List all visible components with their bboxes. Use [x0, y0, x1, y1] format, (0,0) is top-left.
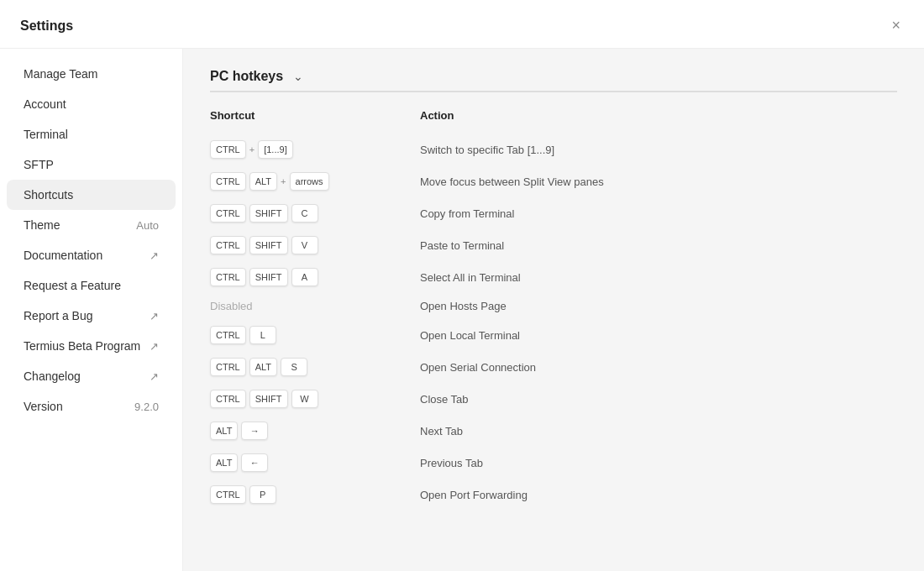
sidebar-item-terminal[interactable]: Terminal: [7, 119, 176, 149]
sidebar-item-report-bug[interactable]: Report a Bug↗: [7, 301, 176, 331]
shortcut-row: CTRLSHIFTASelect All in Terminal: [210, 261, 897, 293]
key-badge: CTRL: [210, 358, 246, 376]
key-badge: ALT: [210, 422, 238, 440]
key-badge: CTRL: [210, 172, 246, 191]
key-badge: ALT: [249, 172, 277, 191]
shortcut-keys: CTRLSHIFTA: [210, 268, 420, 286]
shortcut-keys: CTRLSHIFTV: [210, 236, 420, 254]
key-badge: CTRL: [210, 204, 246, 223]
sidebar-item-label: SFTP: [24, 158, 54, 171]
sidebar-item-label: Theme: [24, 218, 60, 232]
action-text: Close Tab: [420, 393, 897, 406]
shortcut-keys: CTRLP: [210, 485, 420, 504]
shortcut-keys: CTRLL: [210, 326, 420, 344]
action-text: Open Local Terminal: [420, 329, 897, 342]
sidebar-item-label: Changelog: [24, 369, 81, 383]
section-header: PC hotkeys ⌄: [210, 69, 897, 92]
action-text: Paste to Terminal: [420, 239, 897, 252]
action-text: Open Hosts Page: [420, 300, 897, 312]
key-badge: CTRL: [210, 236, 246, 254]
sidebar-item-label: Version: [24, 400, 63, 413]
shortcut-row: ALT←Previous Tab: [210, 447, 897, 479]
table-header: Shortcut Action: [210, 109, 897, 130]
action-text: Open Serial Connection: [420, 361, 897, 374]
key-badge: L: [249, 326, 276, 344]
shortcuts-rows: CTRL+[1...9]Switch to specific Tab [1...…: [210, 134, 897, 511]
plus-sign: +: [249, 144, 255, 155]
key-badge: P: [249, 485, 276, 504]
sidebar-item-label: Terminal: [24, 128, 68, 141]
shortcut-row: CTRLSHIFTCCopy from Terminal: [210, 197, 897, 229]
sidebar-item-sftp[interactable]: SFTP: [7, 149, 176, 180]
sidebar-item-label: Manage Team: [24, 67, 97, 81]
key-badge: CTRL: [210, 326, 246, 344]
key-badge: CTRL: [210, 140, 246, 159]
shortcuts-table: Shortcut Action CTRL+[1...9]Switch to sp…: [210, 109, 897, 511]
shortcut-keys: CTRL+[1...9]: [210, 140, 420, 159]
sidebar-item-request-feature[interactable]: Request a Feature: [7, 270, 176, 301]
key-badge: A: [291, 268, 318, 286]
sidebar-item-label: Account: [24, 97, 66, 111]
sidebar-item-label: Report a Bug: [24, 309, 93, 322]
plus-sign: +: [281, 176, 286, 186]
key-badge: ALT: [249, 358, 277, 376]
sidebar-item-theme[interactable]: ThemeAuto: [7, 210, 176, 240]
shortcut-row: CTRLSHIFTWClose Tab: [210, 383, 897, 415]
sidebar-item-right: Auto: [136, 219, 159, 232]
sidebar-item-changelog[interactable]: Changelog↗: [7, 361, 176, 391]
shortcut-row: CTRLPOpen Port Forwarding: [210, 479, 897, 511]
key-badge: arrows: [290, 172, 329, 191]
sidebar-item-version[interactable]: Version9.2.0: [7, 391, 176, 422]
key-badge: [1...9]: [258, 140, 293, 159]
action-text: Next Tab: [420, 425, 897, 437]
sidebar-item-right: 9.2.0: [134, 401, 159, 413]
sidebar-item-documentation[interactable]: Documentation↗: [7, 240, 176, 270]
key-badge: ALT: [210, 453, 238, 472]
shortcut-row: CTRLLOpen Local Terminal: [210, 319, 897, 351]
sidebar-item-label: Documentation: [24, 249, 102, 262]
modal-title: Settings: [20, 18, 73, 34]
settings-modal: Settings × Manage TeamAccountTerminalSFT…: [0, 0, 924, 571]
sidebar-item-label: Shortcuts: [24, 188, 73, 202]
action-text: Previous Tab: [420, 457, 897, 469]
action-text: Select All in Terminal: [420, 271, 897, 284]
key-badge: C: [291, 204, 318, 223]
sidebar-item-right: ↗: [150, 249, 159, 262]
key-badge: SHIFT: [249, 204, 288, 223]
key-badge: SHIFT: [249, 236, 288, 254]
shortcut-keys: CTRLALT+arrows: [210, 172, 420, 191]
sidebar-item-right: ↗: [150, 370, 159, 383]
chevron-down-icon[interactable]: ⌄: [293, 70, 303, 83]
shortcut-row: CTRLALTSOpen Serial Connection: [210, 351, 897, 383]
sidebar-item-shortcuts[interactable]: Shortcuts: [7, 180, 176, 210]
section-title: PC hotkeys: [210, 69, 283, 84]
close-button[interactable]: ×: [888, 13, 904, 38]
shortcut-keys: CTRLSHIFTW: [210, 390, 420, 408]
key-badge: CTRL: [210, 485, 246, 504]
key-badge: V: [291, 236, 318, 254]
shortcut-row: CTRLALT+arrowsMove focus between Split V…: [210, 165, 897, 197]
key-badge: W: [291, 390, 318, 408]
shortcut-row: ALT→Next Tab: [210, 415, 897, 447]
shortcut-row: DisabledOpen Hosts Page: [210, 293, 897, 319]
key-badge: CTRL: [210, 390, 246, 408]
modal-body: Manage TeamAccountTerminalSFTPShortcutsT…: [0, 49, 924, 571]
sidebar-item-account[interactable]: Account: [7, 89, 176, 119]
shortcut-row: CTRLSHIFTVPaste to Terminal: [210, 229, 897, 261]
key-badge: SHIFT: [249, 268, 288, 286]
shortcut-keys: ALT→: [210, 422, 420, 440]
action-text: Move focus between Split View panes: [420, 175, 897, 188]
shortcut-row: CTRL+[1...9]Switch to specific Tab [1...…: [210, 134, 897, 165]
sidebar-item-termius-beta[interactable]: Termius Beta Program↗: [7, 331, 176, 361]
key-badge: SHIFT: [249, 390, 288, 408]
action-text: Switch to specific Tab [1...9]: [420, 144, 897, 156]
sidebar-item-label: Request a Feature: [24, 279, 121, 292]
shortcut-keys: CTRLALTS: [210, 358, 420, 376]
action-text: Copy from Terminal: [420, 207, 897, 220]
modal-header: Settings ×: [0, 0, 924, 49]
sidebar-item-label: Termius Beta Program: [24, 339, 140, 353]
sidebar-item-manage-team[interactable]: Manage Team: [7, 59, 176, 89]
action-text: Open Port Forwarding: [420, 489, 897, 501]
sidebar-item-right: ↗: [150, 310, 159, 322]
main-content: PC hotkeys ⌄ Shortcut Action CTRL+[1...9…: [183, 49, 924, 571]
